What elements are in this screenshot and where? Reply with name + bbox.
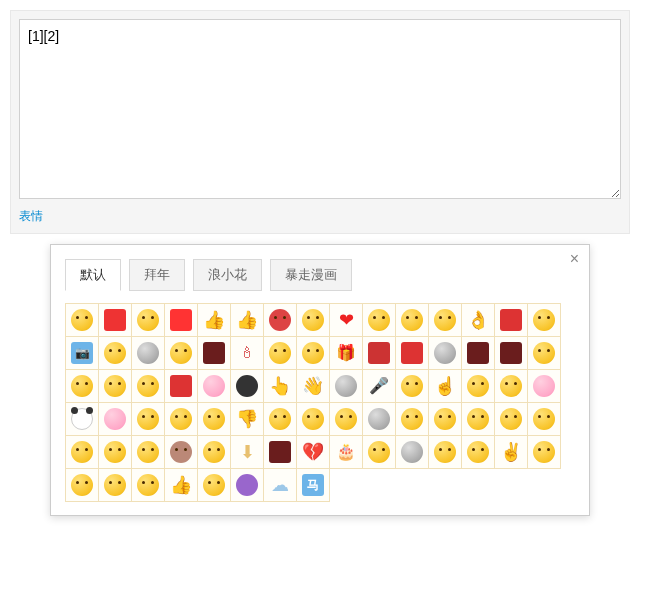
- emoji-download[interactable]: ⬇: [230, 435, 264, 469]
- emoji-face-blank[interactable]: [296, 402, 330, 436]
- emoji-face-sad[interactable]: [494, 402, 528, 436]
- emoji-bear[interactable]: [362, 402, 396, 436]
- emoji-face-meh[interactable]: [527, 303, 561, 337]
- emoji-dark-tile[interactable]: [461, 336, 495, 370]
- emoji-candle[interactable]: 🕯: [230, 336, 264, 370]
- emoji-ghost[interactable]: [395, 435, 429, 469]
- emoji-face-worry[interactable]: [461, 369, 495, 403]
- emoji-face-smile[interactable]: [65, 303, 99, 337]
- emoji-trophy[interactable]: [197, 336, 231, 370]
- emoji-face-angry[interactable]: [263, 303, 297, 337]
- emoji-face-cry[interactable]: [197, 402, 231, 436]
- emoji-face-wow[interactable]: [65, 468, 99, 502]
- emoji-thumb-up[interactable]: 👍: [197, 303, 231, 337]
- emoji-mask[interactable]: [263, 435, 297, 469]
- emoji-clock[interactable]: [428, 336, 462, 370]
- emoji-face-cheese[interactable]: [395, 303, 429, 337]
- emoji-hand-wave[interactable]: 👋: [296, 369, 330, 403]
- emoji-face-puff[interactable]: [461, 402, 495, 436]
- emoji-horse[interactable]: 马: [296, 468, 330, 502]
- emoji-face-shades[interactable]: [296, 336, 330, 370]
- emoji-face-joy[interactable]: [98, 435, 132, 469]
- emoji-cake[interactable]: 🎂: [329, 435, 363, 469]
- emoji-hamster[interactable]: [164, 435, 198, 469]
- emoji-baby[interactable]: [197, 369, 231, 403]
- emoji-finger[interactable]: ☝: [428, 369, 462, 403]
- emoji-face-kiss[interactable]: [527, 435, 561, 469]
- tab-2[interactable]: 浪小花: [193, 259, 262, 291]
- emoji-face-drool[interactable]: [527, 336, 561, 370]
- emoji-pig[interactable]: [98, 402, 132, 436]
- emoji-face-sleep[interactable]: [131, 435, 165, 469]
- ghost-icon: [400, 440, 424, 464]
- face-pink-icon: [532, 374, 556, 398]
- emoji-face-dizzy[interactable]: [395, 402, 429, 436]
- emoji-thumb-like[interactable]: 👍: [164, 468, 198, 502]
- emoji-face-shh[interactable]: [362, 435, 396, 469]
- emoji-lion[interactable]: [164, 303, 198, 337]
- emoji-face-o[interactable]: [65, 369, 99, 403]
- emoji-dark-tile-2[interactable]: [494, 336, 528, 370]
- emoji-face-cool[interactable]: [263, 336, 297, 370]
- emoji-microphone[interactable]: 🎤: [362, 369, 396, 403]
- emoji-face-relax[interactable]: [65, 435, 99, 469]
- emoji-face-flat[interactable]: [329, 402, 363, 436]
- emoji-face-pink[interactable]: [527, 369, 561, 403]
- emoji-face-mad[interactable]: [395, 369, 429, 403]
- emoji-face-grin[interactable]: [164, 336, 198, 370]
- emoji-face-look[interactable]: [131, 402, 165, 436]
- emoji-hand-point[interactable]: 👆: [263, 369, 297, 403]
- face-cold-icon: [268, 407, 292, 431]
- panda-icon: [70, 407, 94, 431]
- emoji-face-tongue[interactable]: [98, 336, 132, 370]
- emoji-heart[interactable]: ❤: [329, 303, 363, 337]
- emoji-hand-v[interactable]: ✌: [494, 435, 528, 469]
- emoji-red-square[interactable]: [98, 303, 132, 337]
- face-worry-icon: [466, 374, 490, 398]
- emoji-red-envelope[interactable]: [164, 369, 198, 403]
- emoji-face-laugh[interactable]: [428, 303, 462, 337]
- emoji-face-shock[interactable]: [197, 468, 231, 502]
- emoji-cloud[interactable]: ☁: [263, 468, 297, 502]
- emoji-face-tilt[interactable]: [131, 468, 165, 502]
- emoji-link[interactable]: 表情: [19, 209, 43, 223]
- emoji-face-frown[interactable]: [494, 369, 528, 403]
- emoji-thumb-down[interactable]: 👎: [230, 402, 264, 436]
- emoji-panda[interactable]: [65, 402, 99, 436]
- comment-input[interactable]: [19, 19, 621, 199]
- emoji-face-heh[interactable]: [98, 468, 132, 502]
- horse-icon: 马: [301, 473, 325, 497]
- emoji-face-money[interactable]: [131, 369, 165, 403]
- emoji-banner[interactable]: [494, 303, 528, 337]
- tab-0[interactable]: 默认: [65, 259, 121, 291]
- emoji-face-squint[interactable]: [164, 402, 198, 436]
- emoji-face-sweat[interactable]: [197, 435, 231, 469]
- emoji-heart-broken[interactable]: 💔: [296, 435, 330, 469]
- pig-icon: [103, 407, 127, 431]
- emoji-face-hmm[interactable]: [98, 369, 132, 403]
- emoji-thumb-up-2[interactable]: 👍: [230, 303, 264, 337]
- tab-3[interactable]: 暴走漫画: [270, 259, 352, 291]
- emoji-firecracker[interactable]: [362, 336, 396, 370]
- tab-1[interactable]: 拜年: [129, 259, 185, 291]
- emoji-face-happy[interactable]: [527, 402, 561, 436]
- emoji-gift[interactable]: 🎁: [329, 336, 363, 370]
- emoji-face-sick[interactable]: [362, 303, 396, 337]
- emoji-face-smirk[interactable]: [296, 303, 330, 337]
- emoji-cat-blue[interactable]: [131, 336, 165, 370]
- emoji-face-hearteyes[interactable]: [131, 303, 165, 337]
- emoji-ultraman[interactable]: [329, 369, 363, 403]
- emoji-lantern[interactable]: [395, 336, 429, 370]
- emoji-camera[interactable]: 📷: [65, 336, 99, 370]
- emoji-face-dark[interactable]: [230, 369, 264, 403]
- red-envelope-icon: [169, 374, 193, 398]
- emoji-face-side[interactable]: [461, 435, 495, 469]
- emoji-face-whistle[interactable]: [428, 435, 462, 469]
- close-icon[interactable]: ×: [570, 251, 579, 267]
- emoji-hand-ok[interactable]: 👌: [461, 303, 495, 337]
- emoji-face-think[interactable]: [428, 402, 462, 436]
- emoji-face-cold[interactable]: [263, 402, 297, 436]
- emoji-face-purple[interactable]: [230, 468, 264, 502]
- face-kiss-icon: [532, 440, 556, 464]
- editor-panel: 表情: [10, 10, 630, 234]
